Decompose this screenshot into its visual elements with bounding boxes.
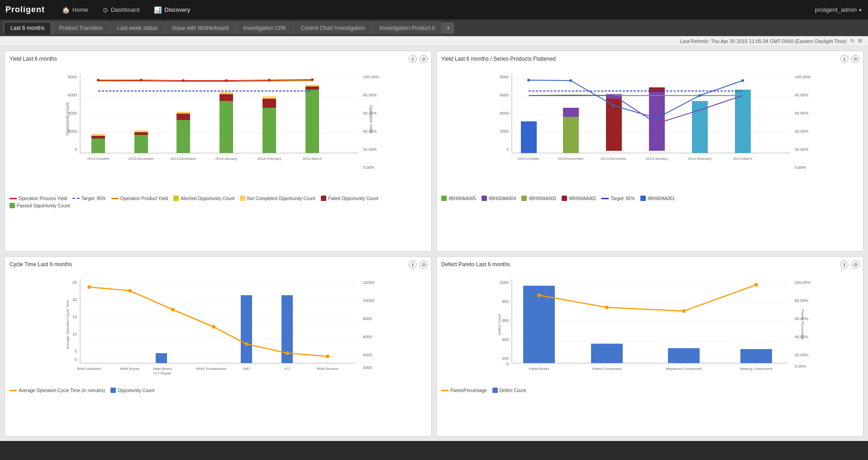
nav-discovery[interactable]: 📊 Discovery	[148, 4, 196, 16]
svg-point-117	[286, 351, 289, 355]
svg-text:10000: 10000	[363, 298, 374, 303]
nav-home[interactable]: 🏠 Home	[56, 4, 95, 16]
defect-pareto-legend: ParetoPercentage Defect Count	[441, 388, 858, 393]
yield-info-btn[interactable]: ℹ	[409, 55, 417, 63]
yield-series-chart-panel: Yield Last 6 months / Series Products Fl…	[436, 51, 863, 252]
svg-text:Failed Component: Failed Component	[592, 367, 622, 371]
svg-text:0: 0	[506, 147, 509, 152]
svg-rect-29	[219, 101, 233, 153]
svg-rect-31	[219, 92, 233, 94]
yield-series-chart-svg: 8000 6000 4000 2000 0 100.00% 80.00% 60.…	[441, 65, 858, 192]
svg-text:2014-January: 2014-January	[646, 157, 668, 161]
svg-rect-33	[262, 99, 276, 108]
svg-text:800: 800	[502, 299, 509, 304]
svg-text:Pareto Percentage: Pareto Percentage	[801, 310, 805, 340]
svg-text:4000: 4000	[500, 111, 509, 115]
yield-series-legend: 4BH00AA005 4BH00AA004 4BH00AA003 4BH00AA…	[441, 196, 858, 201]
svg-text:0: 0	[75, 357, 77, 362]
svg-text:8000: 8000	[363, 316, 372, 321]
settings-icon[interactable]: ⚙	[858, 38, 863, 44]
svg-text:12000: 12000	[363, 280, 374, 285]
svg-rect-28	[176, 112, 190, 114]
svg-rect-149	[591, 344, 623, 363]
svg-point-112	[87, 285, 91, 289]
svg-text:Operation Yield: Operation Yield	[369, 105, 373, 133]
svg-rect-69	[563, 117, 579, 153]
svg-text:600: 600	[502, 318, 509, 323]
svg-point-38	[97, 79, 100, 81]
svg-text:0.00%: 0.00%	[795, 364, 806, 369]
yield-settings-btn[interactable]: ⚙	[420, 55, 428, 63]
tab-issue-motherboard[interactable]: Issue with Motherboard	[165, 22, 235, 34]
svg-text:Opportunity Count: Opportunity Count	[65, 102, 70, 136]
brand-logo: Proligent	[5, 5, 45, 14]
svg-text:80.00%: 80.00%	[795, 298, 809, 303]
user-menu[interactable]: proligent_admin	[815, 6, 863, 13]
tab-control-chart[interactable]: Control Chart Investigation	[294, 22, 372, 34]
svg-text:20.00%: 20.00%	[363, 147, 377, 152]
svg-point-77	[527, 79, 530, 81]
svg-point-155	[754, 283, 758, 287]
svg-point-114	[171, 308, 175, 311]
defect-pareto-info-btn[interactable]: ℹ	[840, 260, 849, 268]
svg-text:RMA Receive: RMA Receive	[317, 367, 339, 371]
svg-text:ICT: ICT	[285, 367, 291, 371]
svg-text:2013-October: 2013-October	[518, 157, 540, 161]
legend-product-yield: Operation Product Yield	[111, 196, 168, 201]
tab-last6months[interactable]: Last 6 months	[4, 22, 51, 34]
svg-rect-26	[176, 120, 190, 153]
svg-point-40	[182, 79, 185, 82]
tab-investigation-cpk[interactable]: Investigation CPK	[236, 22, 293, 34]
svg-text:400: 400	[502, 337, 509, 342]
nav-dashboard[interactable]: ⊙ Dashboard	[96, 4, 146, 16]
svg-rect-76	[735, 90, 751, 153]
svg-text:20: 20	[72, 297, 77, 302]
svg-point-153	[605, 306, 609, 309]
nav-dashboard-label: Dashboard	[111, 6, 140, 13]
svg-text:4000: 4000	[363, 353, 372, 357]
svg-text:80.00%: 80.00%	[795, 93, 809, 97]
legend-passed: Passed Opportunity Count	[10, 203, 70, 208]
cycle-time-chart-panel: Cycle Time Last 6 months ℹ ⚙ 25 20 15 10…	[5, 256, 432, 436]
svg-text:2013-December: 2013-December	[601, 157, 627, 161]
svg-text:6000: 6000	[500, 93, 509, 97]
refresh-icon[interactable]: ↻	[850, 38, 854, 44]
svg-rect-21	[91, 136, 105, 139]
dashboard-icon: ⊙	[103, 6, 108, 14]
yield-series-chart-title: Yield Last 6 months / Series Products Fl…	[441, 56, 858, 62]
svg-text:100.00%: 100.00%	[795, 75, 811, 79]
add-tab-button[interactable]: +	[443, 23, 453, 34]
yield-series-info-btn[interactable]: ℹ	[840, 55, 849, 63]
tab-investigation-product-a[interactable]: Investigation Product A	[373, 22, 442, 34]
legend-avg-cycle-time: Average Operation Cycle Time (in minutes…	[10, 388, 105, 393]
svg-text:0: 0	[75, 147, 77, 152]
svg-point-154	[682, 309, 686, 313]
svg-text:RMA Repair: RMA Repair	[120, 367, 139, 371]
yield-legend: Operation Process Yield Target: 85% Oper…	[10, 196, 427, 208]
svg-rect-22	[91, 134, 105, 136]
defect-pareto-settings-btn[interactable]: ⚙	[851, 260, 859, 268]
cycle-time-settings-btn[interactable]: ⚙	[420, 260, 428, 268]
svg-point-118	[326, 355, 329, 358]
svg-rect-23	[134, 135, 148, 153]
svg-text:2014-March: 2014-March	[303, 157, 322, 161]
cycle-time-info-btn[interactable]: ℹ	[409, 260, 417, 268]
legend-4bh001: 4BH00AA001	[640, 196, 675, 201]
svg-text:2013-October: 2013-October	[87, 157, 110, 161]
tab-product-transition[interactable]: Product Transition	[52, 22, 110, 34]
yield-series-settings-btn[interactable]: ⚙	[851, 55, 859, 63]
svg-text:20.00%: 20.00%	[795, 353, 809, 357]
svg-text:0: 0	[506, 362, 509, 366]
svg-rect-37	[305, 85, 319, 86]
svg-text:Failed Board: Failed Board	[529, 367, 549, 371]
svg-text:2013-November: 2013-November	[558, 157, 584, 161]
svg-point-82	[741, 79, 744, 82]
svg-point-81	[698, 94, 701, 97]
svg-text:0.00%: 0.00%	[363, 165, 375, 170]
svg-rect-35	[305, 90, 319, 153]
yield-series-chart-icons: ℹ ⚙	[840, 55, 859, 63]
yield-chart-icons: ℹ ⚙	[409, 55, 428, 63]
svg-text:8000: 8000	[500, 75, 509, 79]
tab-last-week-status[interactable]: Last week status	[110, 22, 164, 34]
legend-opportunity-count: Opportunity Count	[110, 388, 154, 393]
